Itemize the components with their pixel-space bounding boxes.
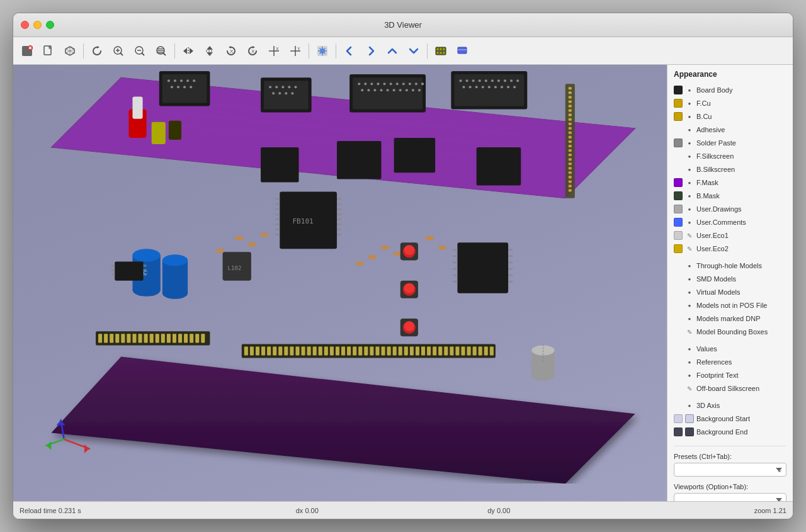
rotate-cw-button[interactable]: X <box>242 41 263 61</box>
visibility-icon-8[interactable] <box>685 191 694 200</box>
presets-select[interactable] <box>674 463 786 477</box>
bg-color-swatch-28[interactable] <box>685 427 694 436</box>
appearance-item-10: User.Comments <box>674 216 786 229</box>
color-swatch-0[interactable] <box>674 86 683 94</box>
visibility-icon-17[interactable] <box>685 301 694 310</box>
svg-rect-46 <box>569 96 572 98</box>
svg-text:X: X <box>276 47 279 51</box>
appearance-item-15: SMD Models <box>674 273 786 285</box>
ortho-x-button[interactable]: X <box>264 41 284 61</box>
visibility-icon-24[interactable] <box>685 384 694 393</box>
visibility-icon-22[interactable] <box>685 358 694 366</box>
visibility-icon-6[interactable] <box>685 165 694 174</box>
bg-color-swatch-27[interactable] <box>685 414 694 423</box>
nav-up-button[interactable] <box>382 41 402 61</box>
visibility-icon-1[interactable] <box>685 99 694 108</box>
svg-point-126 <box>462 86 465 88</box>
svg-rect-63 <box>569 171 572 174</box>
svg-rect-58 <box>569 149 572 152</box>
svg-rect-217 <box>295 346 299 355</box>
appearance-item-14: Through-hole Models <box>674 259 786 272</box>
svg-rect-230 <box>370 346 373 355</box>
color-swatch-8[interactable] <box>674 191 683 200</box>
visibility-icon-15[interactable] <box>685 274 694 283</box>
main-window: 3D Viewer <box>13 13 793 519</box>
color-swatch-10[interactable] <box>674 218 683 227</box>
svg-rect-56 <box>569 140 572 143</box>
visibility-icon-19[interactable] <box>685 327 694 336</box>
nav-right-button[interactable] <box>361 41 381 61</box>
flip-y-button[interactable] <box>200 41 220 61</box>
viewports-select[interactable] <box>674 493 786 501</box>
svg-point-31 <box>443 48 445 50</box>
visibility-icon-12[interactable] <box>685 244 694 253</box>
svg-rect-198 <box>156 334 159 342</box>
svg-point-86 <box>272 92 275 94</box>
visibility-icon-9[interactable] <box>685 205 694 213</box>
pcb-button[interactable] <box>431 41 451 61</box>
visibility-icon-3[interactable] <box>685 125 694 134</box>
svg-rect-61 <box>569 162 572 165</box>
visibility-icon-21[interactable] <box>685 344 694 353</box>
visibility-icon-26[interactable] <box>685 401 694 410</box>
maximize-button[interactable] <box>46 21 54 29</box>
visibility-icon-7[interactable] <box>685 178 694 187</box>
visibility-icon-14[interactable] <box>685 261 694 270</box>
visibility-icon-5[interactable] <box>685 152 694 161</box>
svg-rect-228 <box>358 346 362 355</box>
color-swatch-9[interactable] <box>674 205 683 213</box>
flip-x-button[interactable] <box>178 41 198 61</box>
color-swatch-12[interactable] <box>674 244 683 253</box>
color-swatch-1[interactable] <box>674 99 683 108</box>
nav-down-button[interactable] <box>404 41 424 61</box>
color-swatch-27[interactable] <box>674 414 683 423</box>
nav-left-button[interactable] <box>339 41 360 61</box>
color-swatch-4[interactable] <box>674 139 683 147</box>
color-swatch-11[interactable] <box>674 231 683 240</box>
svg-rect-261 <box>457 242 508 293</box>
svg-rect-171 <box>216 249 224 252</box>
svg-marker-283 <box>46 441 51 450</box>
raytracing-button[interactable] <box>312 41 332 61</box>
erc-button[interactable] <box>17 41 37 61</box>
svg-point-75 <box>171 86 173 88</box>
svg-rect-193 <box>127 334 130 342</box>
layers-button[interactable] <box>452 41 472 61</box>
visibility-icon-4[interactable] <box>685 139 694 147</box>
svg-rect-243 <box>444 346 448 355</box>
visibility-icon-0[interactable] <box>685 86 694 94</box>
minimize-button[interactable] <box>33 21 42 29</box>
zoom-fit-button[interactable] <box>151 41 171 61</box>
viewports-label: Viewports (Option+Tab): <box>674 483 786 490</box>
rotate-ccw-button[interactable]: X <box>221 41 241 61</box>
3d-view-button[interactable] <box>60 41 80 61</box>
visibility-icon-10[interactable] <box>685 218 694 227</box>
zoom-in-button[interactable] <box>108 41 128 61</box>
color-swatch-28[interactable] <box>674 427 683 436</box>
svg-rect-256 <box>144 264 147 266</box>
svg-rect-169 <box>248 242 256 246</box>
svg-rect-159 <box>337 198 341 200</box>
svg-point-183 <box>404 283 414 293</box>
item-label-17: Models not in POS File <box>696 302 786 309</box>
svg-rect-67 <box>569 190 572 192</box>
visibility-icon-11[interactable] <box>685 231 694 240</box>
visibility-icon-18[interactable] <box>685 314 694 323</box>
svg-point-128 <box>475 86 478 88</box>
visibility-icon-16[interactable] <box>685 288 694 297</box>
color-swatch-2[interactable] <box>674 112 683 121</box>
new-button[interactable] <box>38 41 59 61</box>
viewport[interactable]: C <box>13 65 667 501</box>
visibility-icon-2[interactable] <box>685 112 694 121</box>
color-swatch-7[interactable] <box>674 178 683 187</box>
close-button[interactable] <box>21 21 29 29</box>
zoom-out-button[interactable] <box>130 41 150 61</box>
svg-point-134 <box>513 86 516 88</box>
visibility-icon-23[interactable] <box>685 371 694 380</box>
svg-rect-231 <box>375 346 379 355</box>
ortho-y-button[interactable]: Y <box>285 41 305 61</box>
refresh-button[interactable] <box>87 41 107 61</box>
svg-rect-189 <box>104 334 108 342</box>
svg-text:X: X <box>251 48 255 54</box>
svg-rect-258 <box>144 274 147 276</box>
